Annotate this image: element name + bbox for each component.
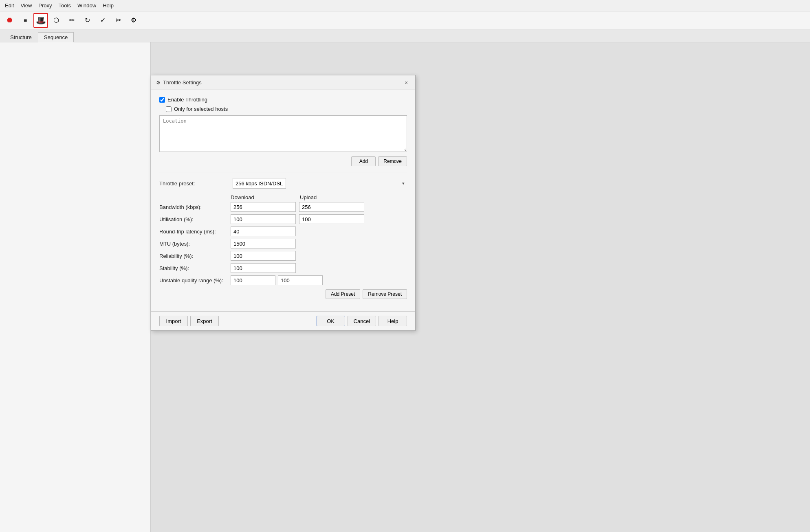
reliability-row: Reliability (%): [159,251,407,261]
ok-button[interactable]: OK [317,316,345,326]
col-upload-header: Upload [300,194,369,200]
utilisation-download-input[interactable] [231,214,296,224]
mtu-row: MTU (bytes): [159,239,407,248]
refresh-button[interactable]: ↻ [80,13,95,28]
throttle-preset-select[interactable]: 256 kbps ISDN/DSL 512 kbps DSL 1 Mbps DS… [233,178,286,189]
stability-input[interactable] [231,263,296,273]
latency-input[interactable] [231,226,296,236]
only-selected-hosts-label: Only for selected hosts [174,106,228,112]
footer-right: OK Cancel Help [317,316,407,326]
record-button[interactable]: ⏺ [2,13,17,28]
latency-row: Round-trip latency (ms): [159,226,407,236]
unstable-quality-row: Unstable quality range (%): [159,275,407,285]
bandwidth-download-input[interactable] [231,202,296,212]
only-selected-hosts-row: Only for selected hosts [166,106,407,112]
throttle-preset-label: Throttle preset: [159,180,229,187]
unstable-quality-label: Unstable quality range (%): [159,277,231,284]
dialog-body: Enable Throttling Only for selected host… [151,90,415,311]
add-preset-button[interactable]: Add Preset [326,289,360,299]
menu-edit[interactable]: Edit [2,2,17,9]
remove-location-button[interactable]: Remove [378,156,407,166]
dialog-icon: ⚙ [156,80,161,86]
utilisation-row: Utilisation (%): [159,214,407,224]
menu-view[interactable]: View [17,2,35,9]
stability-label: Stability (%): [159,265,231,271]
dialog-footer: Import Export OK Cancel Help [151,311,415,330]
add-location-button[interactable]: Add [351,156,376,166]
mtu-label: MTU (bytes): [159,241,231,247]
dialog-titlebar: ⚙ Throttle Settings × [151,75,415,90]
column-headers: Download Upload [231,194,407,200]
unstable-quality-input-2[interactable] [278,275,323,285]
col-download-header: Download [231,194,300,200]
throttle-settings-dialog: ⚙ Throttle Settings × Enable Throttling … [151,75,416,331]
stream-button[interactable]: ≡ [18,13,33,28]
import-button[interactable]: Import [159,316,188,326]
menu-tools[interactable]: Tools [55,2,74,9]
unstable-quality-input-1[interactable] [231,275,275,285]
tab-sequence[interactable]: Sequence [38,32,74,42]
unstable-quality-inputs [231,275,323,285]
bandwidth-row: Bandwidth (kbps): [159,202,407,212]
utilisation-upload-input[interactable] [299,214,364,224]
utilisation-label: Utilisation (%): [159,216,231,222]
cancel-button[interactable]: Cancel [348,316,376,326]
tab-structure[interactable]: Structure [4,32,38,42]
latency-label: Round-trip latency (ms): [159,229,231,235]
menu-window[interactable]: Window [74,2,99,9]
toolbar: ⏺ ≡ 🎩 ⬡ ✏ ↻ ✓ ✂ ⚙ [0,11,810,29]
enable-throttling-checkbox[interactable] [159,97,165,103]
dialog-close-button[interactable]: × [402,79,410,87]
select-arrow-icon: ▾ [402,181,405,186]
check-button[interactable]: ✓ [95,13,110,28]
export-button[interactable]: Export [190,316,219,326]
remove-preset-button[interactable]: Remove Preset [363,289,407,299]
throttle-preset-select-wrapper: 256 kbps ISDN/DSL 512 kbps DSL 1 Mbps DS… [233,178,407,189]
tabbar: Structure Sequence [0,29,810,42]
help-button[interactable]: Help [379,316,407,326]
menubar: Edit View Proxy Tools Window Help [0,0,810,11]
preset-btn-row: Add Preset Remove Preset [159,289,407,299]
tools-button[interactable]: ✂ [111,13,125,28]
enable-throttling-row: Enable Throttling [159,97,407,103]
throttle-button[interactable]: 🎩 [33,13,48,28]
bandwidth-upload-input[interactable] [299,202,364,212]
mtu-input[interactable] [231,239,296,248]
stability-row: Stability (%): [159,263,407,273]
target-button[interactable]: ⬡ [49,13,64,28]
menu-proxy[interactable]: Proxy [35,2,55,9]
enable-throttling-label: Enable Throttling [167,97,207,103]
content-area: ⚙ Throttle Settings × Enable Throttling … [0,42,810,532]
bandwidth-label: Bandwidth (kbps): [159,204,231,210]
left-panel [0,42,151,532]
settings-button[interactable]: ⚙ [126,13,141,28]
reliability-input[interactable] [231,251,296,261]
throttle-preset-row: Throttle preset: 256 kbps ISDN/DSL 512 k… [159,178,407,189]
divider [159,172,407,172]
dialog-title: ⚙ Throttle Settings [156,79,202,86]
location-btn-row: Add Remove [159,156,407,166]
footer-left: Import Export [159,316,219,326]
location-textarea[interactable] [159,115,407,152]
menu-help[interactable]: Help [99,2,117,9]
only-selected-hosts-checkbox[interactable] [166,106,172,112]
reliability-label: Reliability (%): [159,253,231,259]
edit-button[interactable]: ✏ [64,13,79,28]
